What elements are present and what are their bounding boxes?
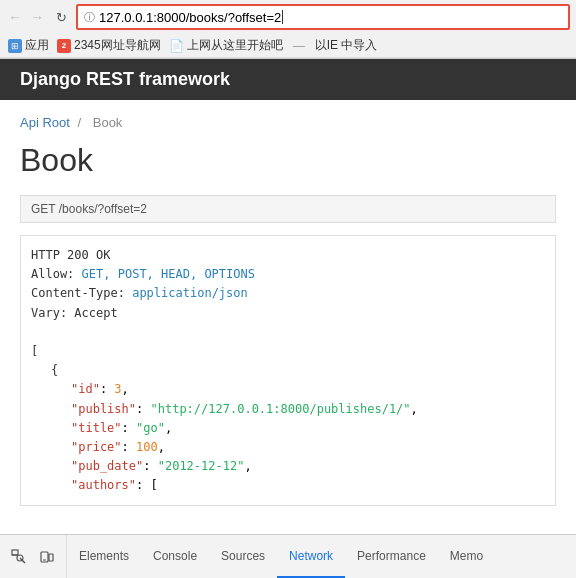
bookmark-page[interactable]: 📄 上网从这里开始吧	[169, 37, 283, 54]
address-cursor	[282, 10, 283, 24]
ct-label: Content-Type:	[31, 286, 132, 300]
breadcrumb: Api Root / Book	[20, 115, 556, 130]
drf-title: Django REST framework	[20, 69, 230, 89]
2345-icon: 2	[57, 39, 71, 53]
status-text: HTTP 200 OK	[31, 248, 110, 262]
request-text: GET /books/?offset=2	[31, 202, 147, 216]
svg-rect-4	[49, 554, 53, 561]
nav-buttons: ← →	[6, 8, 46, 26]
page-title: Book	[20, 142, 556, 179]
json-object-start: { "id": 3, "publish": "http://127.0.0.1:…	[31, 361, 545, 495]
vary-value: Accept	[74, 306, 117, 320]
address-text: 127.0.0.1:8000/books/?offset=2	[99, 10, 281, 25]
bookmark-ie[interactable]: 以IE 中导入	[315, 37, 378, 54]
browser-chrome: ← → ↻ ⓘ 127.0.0.1:8000/books/?offset=2 ⊞…	[0, 0, 576, 59]
browser-toolbar: ← → ↻ ⓘ 127.0.0.1:8000/books/?offset=2	[0, 0, 576, 34]
devtools-icons	[0, 535, 67, 578]
allow-methods: GET, POST, HEAD, OPTIONS	[82, 267, 255, 281]
tab-memo[interactable]: Memo	[438, 535, 495, 578]
back-button[interactable]: ←	[6, 8, 24, 26]
ie-label: 以IE 中导入	[315, 37, 378, 54]
inspect-element-button[interactable]	[8, 546, 30, 568]
bookmarks-bar: ⊞ 应用 2 2345网址导航网 📄 上网从这里开始吧 — 以IE 中导入	[0, 34, 576, 58]
tab-sources[interactable]: Sources	[209, 535, 277, 578]
bookmark-apps-label: 应用	[25, 37, 49, 54]
breadcrumb-separator: /	[78, 115, 85, 130]
response-allow: Allow: GET, POST, HEAD, OPTIONS	[31, 265, 545, 284]
bookmark-apps[interactable]: ⊞ 应用	[8, 37, 49, 54]
json-open-brace: {	[51, 361, 545, 380]
devtools-bar: Elements Console Sources Network Perform…	[0, 534, 576, 578]
ct-value: application/json	[132, 286, 248, 300]
request-line: GET /books/?offset=2	[20, 195, 556, 223]
allow-label: Allow:	[31, 267, 82, 281]
refresh-button[interactable]: ↻	[52, 8, 70, 26]
lock-icon: ⓘ	[84, 10, 95, 25]
devtools-tabs: Elements Console Sources Network Perform…	[67, 535, 576, 578]
json-price: "price": 100,	[71, 438, 545, 457]
response-box: HTTP 200 OK Allow: GET, POST, HEAD, OPTI…	[20, 235, 556, 506]
bookmark-2345-label: 2345网址导航网	[74, 37, 161, 54]
address-bar[interactable]: ⓘ 127.0.0.1:8000/books/?offset=2	[76, 4, 570, 30]
json-fields: "id": 3, "publish": "http://127.0.0.1:80…	[51, 380, 545, 495]
bookmark-separator: —	[293, 39, 305, 53]
json-id: "id": 3,	[71, 380, 545, 399]
response-status: HTTP 200 OK	[31, 246, 545, 265]
response-content-type: Content-Type: application/json	[31, 284, 545, 303]
tab-network[interactable]: Network	[277, 535, 345, 578]
drf-content: Api Root / Book Book GET /books/?offset=…	[0, 100, 576, 521]
response-vary: Vary: Accept	[31, 304, 545, 323]
json-publish: "publish": "http://127.0.0.1:8000/publis…	[71, 400, 545, 419]
breadcrumb-root-link[interactable]: Api Root	[20, 115, 70, 130]
device-toggle-button[interactable]	[36, 546, 58, 568]
json-open-bracket: [	[31, 342, 545, 361]
vary-label: Vary:	[31, 306, 74, 320]
json-authors: "authors": [	[71, 476, 545, 495]
drf-header: Django REST framework	[0, 59, 576, 100]
json-title: "title": "go",	[71, 419, 545, 438]
bookmark-2345[interactable]: 2 2345网址导航网	[57, 37, 161, 54]
tab-console[interactable]: Console	[141, 535, 209, 578]
json-pub-date: "pub_date": "2012-12-12",	[71, 457, 545, 476]
bookmark-page-label: 上网从这里开始吧	[187, 37, 283, 54]
tab-performance[interactable]: Performance	[345, 535, 438, 578]
tab-elements[interactable]: Elements	[67, 535, 141, 578]
main-content-area: Django REST framework Api Root / Book Bo…	[0, 59, 576, 531]
svg-rect-0	[12, 550, 18, 555]
apps-icon: ⊞	[8, 39, 22, 53]
forward-button[interactable]: →	[28, 8, 46, 26]
page-icon: 📄	[169, 39, 184, 53]
breadcrumb-current: Book	[93, 115, 123, 130]
